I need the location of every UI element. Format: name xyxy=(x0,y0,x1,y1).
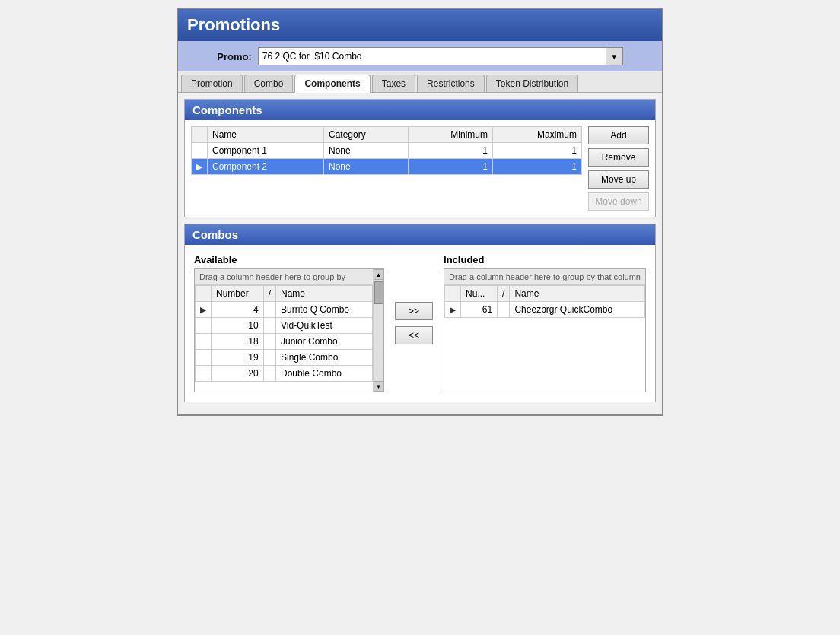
item-sep xyxy=(263,318,275,334)
included-panel: Included Drag a column header here to gr… xyxy=(444,254,646,392)
promo-dropdown-button[interactable]: ▼ xyxy=(606,47,623,65)
add-to-included-button[interactable]: >> xyxy=(395,302,433,320)
included-label: Included xyxy=(444,254,646,265)
included-table-container: Drag a column header here to group by th… xyxy=(444,268,646,392)
col-indicator xyxy=(196,286,212,302)
item-number: 10 xyxy=(212,318,264,334)
list-item[interactable]: 10 Vid-QuikTest xyxy=(196,318,373,334)
item-number: 61 xyxy=(461,302,498,318)
col-number[interactable]: Number xyxy=(212,286,264,302)
table-row[interactable]: Component 1 None 1 1 xyxy=(192,143,582,159)
item-sep xyxy=(263,334,275,350)
combos-section-header: Combos xyxy=(185,224,655,245)
col-sort[interactable]: / xyxy=(263,286,275,302)
included-group-header: Drag a column header here to group by th… xyxy=(444,269,645,285)
component-maximum: 1 xyxy=(492,143,581,159)
components-section-body: Name Category Minimum Maximum Component … xyxy=(185,120,655,217)
components-table: Name Category Minimum Maximum Component … xyxy=(191,126,582,175)
item-name: Vid-QuikTest xyxy=(276,318,373,334)
scroll-up-arrow[interactable]: ▲ xyxy=(374,269,384,280)
available-scrollbar[interactable]: ▲ ▼ xyxy=(373,269,383,392)
included-inner: Drag a column header here to group by th… xyxy=(444,269,645,392)
item-number: 4 xyxy=(212,302,264,318)
row-indicator: ▶ xyxy=(192,159,208,175)
col-name: Name xyxy=(208,127,324,143)
components-section: Components Name Category Minimum xyxy=(184,99,656,217)
list-item[interactable]: ▶ 4 Burrito Q Combo xyxy=(196,302,373,318)
included-table: Nu... / Name ▶ 6 xyxy=(444,285,645,318)
col-number[interactable]: Nu... xyxy=(461,286,498,302)
components-section-header: Components xyxy=(185,100,655,120)
col-name[interactable]: Name xyxy=(510,286,645,302)
row-indicator xyxy=(192,143,208,159)
title-bar: Promotions xyxy=(178,9,662,41)
tab-combo[interactable]: Combo xyxy=(244,75,294,92)
row-indicator xyxy=(196,318,212,334)
col-minimum: Minimum xyxy=(409,127,493,143)
tab-components[interactable]: Components xyxy=(294,75,370,93)
combos-section-body: Available Drag a column header here to g… xyxy=(185,245,655,402)
component-name: Component 2 xyxy=(208,159,324,175)
col-maximum: Maximum xyxy=(492,127,581,143)
combos-layout: Available Drag a column header here to g… xyxy=(191,251,649,395)
list-item[interactable]: ▶ 61 Cheezbrgr QuickCombo xyxy=(445,302,645,318)
promo-input[interactable] xyxy=(258,47,606,65)
available-label: Available xyxy=(194,254,384,265)
component-name: Component 1 xyxy=(208,143,324,159)
components-buttons: Add Remove Move up Move down xyxy=(588,126,649,211)
item-sep xyxy=(263,302,275,318)
add-button[interactable]: Add xyxy=(588,126,649,144)
row-indicator xyxy=(196,350,212,366)
remove-button[interactable]: Remove xyxy=(588,148,649,167)
available-table-wrap[interactable]: Number / Name ▶ xyxy=(195,285,373,392)
tab-restrictions[interactable]: Restrictions xyxy=(417,75,485,92)
tab-promotion[interactable]: Promotion xyxy=(181,75,243,92)
item-name: Cheezbrgr QuickCombo xyxy=(510,302,645,318)
move-up-button[interactable]: Move up xyxy=(588,170,649,189)
list-item[interactable]: 20 Double Combo xyxy=(196,366,373,382)
remove-from-included-button[interactable]: << xyxy=(395,326,433,344)
components-section-title: Components xyxy=(192,103,262,116)
item-name: Double Combo xyxy=(276,366,373,382)
item-number: 18 xyxy=(212,334,264,350)
row-indicator xyxy=(196,366,212,382)
col-category: Category xyxy=(324,127,409,143)
tab-token-distribution[interactable]: Token Distribution xyxy=(486,75,578,92)
item-sep xyxy=(498,302,510,318)
component-minimum: 1 xyxy=(409,143,493,159)
col-sort[interactable]: / xyxy=(498,286,510,302)
main-window: Promotions Promo: ▼ Promotion Combo Comp… xyxy=(177,8,663,416)
col-name[interactable]: Name xyxy=(276,286,373,302)
item-number: 19 xyxy=(212,350,264,366)
item-number: 20 xyxy=(212,366,264,382)
available-panel: Available Drag a column header here to g… xyxy=(194,254,384,392)
components-layout: Name Category Minimum Maximum Component … xyxy=(191,126,649,211)
included-table-wrap[interactable]: Nu... / Name ▶ 6 xyxy=(444,285,645,392)
table-row[interactable]: ▶ Component 2 None 1 1 xyxy=(192,159,582,175)
item-name: Single Combo xyxy=(276,350,373,366)
promo-row: Promo: ▼ xyxy=(178,41,662,71)
item-name: Junior Combo xyxy=(276,334,373,350)
component-minimum: 1 xyxy=(409,159,493,175)
tab-taxes[interactable]: Taxes xyxy=(372,75,415,92)
tabs-bar: Promotion Combo Components Taxes Restric… xyxy=(178,71,662,93)
combos-section: Combos Available Drag a column header he… xyxy=(184,224,656,402)
row-indicator: ▶ xyxy=(196,302,212,318)
available-group-header: Drag a column header here to group by xyxy=(195,269,373,285)
transfer-buttons: >> << xyxy=(390,254,438,392)
row-indicator xyxy=(196,334,212,350)
item-name: Burrito Q Combo xyxy=(276,302,373,318)
app-title: Promotions xyxy=(187,15,280,35)
list-item[interactable]: 19 Single Combo xyxy=(196,350,373,366)
move-down-button[interactable]: Move down xyxy=(588,192,649,211)
components-table-wrap: Name Category Minimum Maximum Component … xyxy=(191,126,582,211)
main-content: Components Name Category Minimum xyxy=(178,93,662,414)
col-indicator xyxy=(445,286,461,302)
row-indicator: ▶ xyxy=(445,302,461,318)
scroll-thumb[interactable] xyxy=(374,281,383,304)
scroll-down-arrow[interactable]: ▼ xyxy=(374,381,384,392)
component-maximum: 1 xyxy=(492,159,581,175)
combos-section-title: Combos xyxy=(192,228,238,241)
list-item[interactable]: 18 Junior Combo xyxy=(196,334,373,350)
promo-input-wrap: ▼ xyxy=(258,47,623,65)
